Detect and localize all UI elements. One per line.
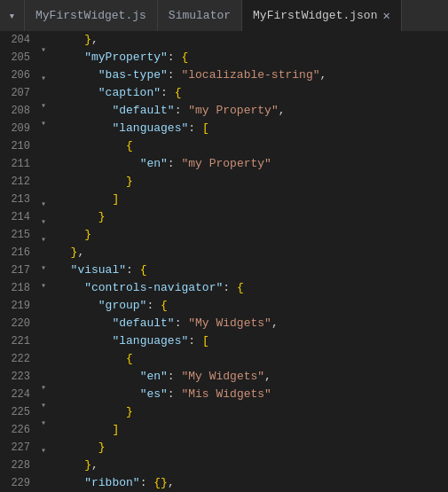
line-number: 227 [0,439,37,457]
fold-marker[interactable]: ▾ [37,70,50,88]
code-line: } [57,173,448,191]
fold-marker[interactable]: ▾ [37,442,50,460]
fold-marker[interactable]: ▾ [37,214,50,231]
fold-marker[interactable]: ▾ [37,379,50,397]
line-number: 220 [0,315,37,332]
code-line: "bas-type": "localizable-string", [57,66,448,84]
line-number: 215 [0,226,37,244]
code-line: } [57,226,448,244]
fold-marker[interactable]: ▾ [37,277,50,295]
code-line: "languages": [ [57,332,448,350]
line-number: 204 [0,31,37,49]
code-line: "es": "Mis Widgets" [57,386,448,403]
fold-marker [37,369,50,379]
line-number: 226 [0,421,37,439]
code-line: "ribbon": {}, [57,474,448,492]
line-number: 209 [0,120,37,137]
code-line: "en": "my Property" [57,155,448,173]
line-number: 214 [0,208,37,226]
fold-marker[interactable]: ▾ [37,42,50,59]
code-line: ] [57,191,448,208]
fold-marker [37,154,50,165]
fold-marker [37,59,50,70]
line-number: 223 [0,368,37,386]
code-line: "default": "my Property", [57,102,448,120]
fold-marker[interactable]: ▾ [37,397,50,415]
fold-marker[interactable]: ▾ [37,115,50,133]
fold-marker [37,460,50,471]
code-line: }, [57,457,448,474]
code-line: "languages": [ [57,120,448,137]
line-number: 218 [0,279,37,297]
line-number: 205 [0,49,37,66]
fold-marker [37,249,50,260]
fold-marker [37,88,50,98]
fold-marker [37,358,50,369]
line-number: 207 [0,84,37,102]
fold-marker [37,337,50,348]
code-line: "visual": { [57,262,448,279]
line-number: 212 [0,173,37,191]
line-number: 216 [0,244,37,262]
fold-marker [37,306,50,316]
code-line: "default": "My Widgets", [57,315,448,332]
code-line: "controls-navigator": { [57,279,448,297]
line-number: 211 [0,155,37,173]
line-number: 224 [0,386,37,403]
code-line: }, [57,31,448,49]
line-number: 206 [0,66,37,84]
tab-label: MyFirstWidget.js [35,9,146,22]
code-line: { [57,350,448,368]
code-line: "en": "My Widgets", [57,368,448,386]
line-number: 219 [0,297,37,315]
code-editor: 2042052062072082092102112122132142152162… [0,31,448,492]
line-number: 221 [0,332,37,350]
fold-marker[interactable]: ▾ [37,98,50,115]
fold-gutter: ▾▾▾▾▾▾▾▾▾▾▾▾▾ [37,31,50,492]
fold-marker[interactable]: ▾ [37,260,50,277]
fold-marker [37,433,50,443]
code-line: ] [57,421,448,439]
tab-myfirstwidget-json[interactable]: MyFirstWidget.json ✕ [242,0,402,31]
code-line: }, [57,244,448,262]
code-line: "caption": { [57,84,448,102]
code-line: } [57,439,448,457]
line-number: 222 [0,350,37,368]
fold-marker[interactable]: ▾ [37,415,50,433]
line-number: 229 [0,474,37,492]
code-line: } [57,208,448,226]
fold-marker [37,316,50,327]
fold-marker [37,31,50,42]
fold-marker [37,327,50,338]
code-line: { [57,137,448,155]
line-number: 225 [0,403,37,421]
fold-marker[interactable]: ▾ [37,196,50,214]
line-numbers: 2042052062072082092102112122132142152162… [0,31,37,492]
fold-marker [37,176,50,186]
line-number: 210 [0,137,37,155]
code-line: "myProperty": { [57,49,448,66]
fold-marker [37,165,50,176]
fold-marker [37,295,50,306]
tab-bar: ▾ MyFirstWidget.js Simulator MyFirstWidg… [0,0,448,31]
tab-simulator[interactable]: Simulator [158,0,242,31]
tab-label: MyFirstWidget.json [253,9,377,22]
line-number: 208 [0,102,37,120]
code-content[interactable]: }, "myProperty": { "bas-type": "localiza… [50,31,448,492]
fold-marker [37,481,50,492]
line-number: 228 [0,457,37,474]
code-line: } [57,403,448,421]
tab-myfirstwidget-js[interactable]: MyFirstWidget.js [25,0,158,31]
fold-marker [37,348,50,358]
fold-marker[interactable]: ▾ [37,231,50,249]
fold-marker [37,186,50,197]
tab-scroll-arrow[interactable]: ▾ [0,0,25,31]
code-line: "group": { [57,297,448,315]
fold-marker [37,133,50,144]
line-number: 213 [0,191,37,208]
fold-marker [37,144,50,154]
tab-close-icon[interactable]: ✕ [382,10,389,22]
tab-label: Simulator [169,9,231,22]
line-number: 217 [0,262,37,279]
fold-marker [37,471,50,481]
